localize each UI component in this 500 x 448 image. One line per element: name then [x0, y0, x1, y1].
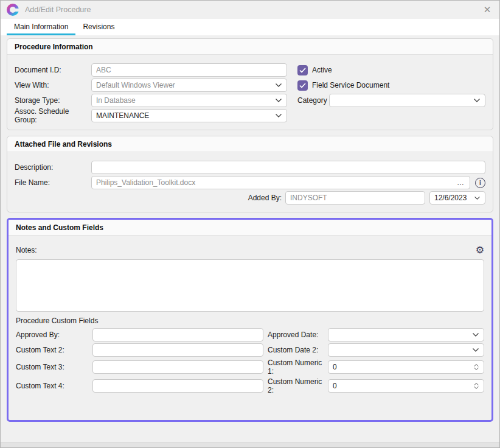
- active-checkbox[interactable]: Active: [297, 63, 485, 77]
- chevron-down-icon: [472, 348, 479, 352]
- checkbox-checked-icon: [297, 65, 308, 75]
- custom-numeric-2-label: Custom Numeric 2:: [263, 377, 328, 394]
- app-logo-icon: [7, 4, 19, 16]
- description-label: Description:: [15, 163, 91, 172]
- added-date-select[interactable]: 12/6/2023: [429, 191, 485, 205]
- document-id-input[interactable]: [91, 63, 287, 77]
- file-name-label: File Name:: [15, 178, 91, 187]
- field-service-document-label: Field Service Document: [312, 81, 389, 89]
- notes-label: Notes:: [16, 246, 37, 254]
- procedure-custom-fields-label: Procedure Custom Fields: [16, 317, 484, 325]
- gear-icon[interactable]: ⚙: [476, 245, 484, 255]
- field-service-document-checkbox[interactable]: Field Service Document: [297, 79, 485, 92]
- view-with-label: View With:: [15, 81, 91, 89]
- notes-custom-fields-title: Notes and Custom Fields: [9, 220, 491, 236]
- spinner-up-down-icon[interactable]: [473, 382, 479, 390]
- tab-strip: Main Information Revisions: [1, 19, 499, 35]
- custom-text-3-input[interactable]: [92, 360, 263, 374]
- file-name-field[interactable]: Philips_Validation_Toolkit.docx …: [91, 176, 470, 189]
- custom-numeric-2-spinner[interactable]: 0: [328, 379, 484, 393]
- custom-text-4-label: Custom Text 4:: [16, 382, 92, 390]
- checkbox-checked-icon: [297, 80, 308, 91]
- add-edit-procedure-dialog: Add/Edit Procedure ✕ Main Information Re…: [0, 0, 500, 448]
- info-icon[interactable]: i: [475, 178, 485, 188]
- tab-main-information[interactable]: Main Information: [7, 19, 75, 35]
- custom-text-4-input[interactable]: [92, 379, 263, 393]
- attached-file-title: Attached File and Revisions: [7, 136, 493, 152]
- custom-text-2-label: Custom Text 2:: [16, 346, 92, 354]
- custom-text-3-label: Custom Text 3:: [16, 363, 92, 371]
- added-by-label: Added By:: [248, 194, 282, 202]
- custom-numeric-1-label: Custom Numeric 1:: [263, 359, 328, 376]
- custom-date-2-select[interactable]: [328, 343, 484, 357]
- chevron-down-icon: [472, 332, 479, 337]
- category-label: Category: [297, 96, 329, 105]
- chevron-down-icon: [473, 98, 481, 103]
- browse-ellipsis-button[interactable]: …: [456, 178, 465, 187]
- view-with-select[interactable]: Default Windows Viewer: [91, 79, 287, 92]
- window-bottom-edge: [1, 442, 499, 447]
- window-title: Add/Edit Procedure: [25, 5, 91, 14]
- tab-revisions[interactable]: Revisions: [75, 19, 122, 35]
- spinner-up-down-icon[interactable]: [473, 363, 479, 371]
- chevron-down-icon: [474, 196, 481, 200]
- custom-fields-grid: Approved By: Approved Date: Custom Text …: [16, 328, 484, 394]
- titlebar: Add/Edit Procedure ✕: [1, 1, 499, 19]
- custom-date-2-label: Custom Date 2:: [263, 346, 328, 354]
- procedure-information-title: Procedure Information: [7, 39, 493, 55]
- assoc-schedule-group-label: Assoc. Schedule Group:: [15, 107, 91, 124]
- category-select[interactable]: [329, 94, 485, 107]
- storage-type-label: Storage Type:: [15, 96, 91, 105]
- notes-textarea[interactable]: [16, 259, 484, 312]
- added-by-input[interactable]: [285, 191, 425, 205]
- description-input[interactable]: [91, 161, 485, 174]
- storage-type-select[interactable]: In Database: [91, 94, 287, 107]
- approved-by-input[interactable]: [92, 328, 263, 341]
- approved-date-label: Approved Date:: [263, 331, 328, 339]
- procedure-information-section: Procedure Information Document I.D: View…: [7, 38, 493, 130]
- approved-by-label: Approved By:: [16, 331, 92, 339]
- assoc-schedule-group-select[interactable]: MAINTENANCE: [91, 109, 287, 122]
- close-icon[interactable]: ✕: [480, 2, 495, 17]
- attached-file-section: Attached File and Revisions Description:…: [7, 136, 493, 212]
- dialog-content: Procedure Information Document I.D: View…: [1, 35, 499, 448]
- chevron-down-icon: [275, 113, 282, 118]
- custom-numeric-1-spinner[interactable]: 0: [328, 360, 484, 374]
- notes-custom-fields-section: Notes and Custom Fields Notes: ⚙ Procedu…: [7, 218, 493, 422]
- active-checkbox-label: Active: [312, 66, 332, 74]
- chevron-down-icon: [275, 98, 282, 103]
- approved-date-select[interactable]: [328, 328, 484, 341]
- custom-text-2-input[interactable]: [92, 343, 263, 357]
- chevron-down-icon: [275, 83, 282, 88]
- document-id-label: Document I.D:: [15, 66, 91, 74]
